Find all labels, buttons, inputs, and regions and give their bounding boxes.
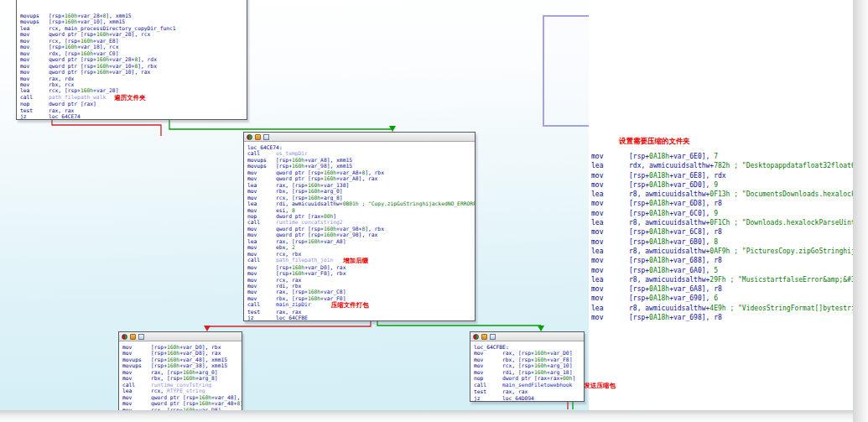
block-code: mov[rsp+160h+var_D0], rbxmov[rsp+160h+va…	[119, 341, 242, 413]
asm-line: movqword ptr [rsp+160h+var_98], rax	[247, 232, 475, 237]
asm-line: movups[rsp+160h+var_98], xmm15	[247, 163, 475, 169]
asm-line: movups[rsp+160h+var_38], xmm15	[122, 362, 242, 368]
asm-line: movrdi, rbx	[247, 283, 475, 289]
asm-line: mov[rsp+0A18h+var_6E8], rdx	[591, 171, 868, 180]
asm-line: mov[rsp+160h+var_18], rcx	[20, 44, 247, 49]
node-text-icon[interactable]	[263, 134, 269, 140]
asm-line: lear8, awmicuuidsalthw+4E9h ; "VideosStr…	[591, 304, 868, 313]
asm-line: movqword ptr [rsp+160h+var_A8], rax	[247, 175, 475, 181]
asm-line: movrbx, [rsp+160h+arg_8]	[122, 375, 242, 381]
asm-line: learax, [rsp+160h+var_138]	[247, 182, 475, 188]
block-code: movups[rsp+160h+var_28+8], xmm15movups[r…	[17, 0, 247, 120]
flow-edge	[169, 120, 392, 129]
group-nodes-icon[interactable]	[255, 134, 261, 140]
analyst-annotation: 发送压缩包	[584, 382, 616, 389]
code-hint-panel: 设置需要压缩的文件夹 mov[rsp+0A18h+var_6E0], 7lear…	[589, 0, 868, 411]
asm-line: mov[rsp+0A18h+var_6D8], r8	[591, 199, 868, 208]
basic-block-zip-dir[interactable]: loc_64CE74:callos_tempDirmovups[rsp+160h…	[243, 132, 476, 321]
basic-block-send-webhook[interactable]: loc_64CFBE:movrax, [rsp+160h+var_D0]movr…	[470, 331, 585, 402]
node-color-icon[interactable]	[473, 334, 479, 340]
asm-line: loc_64CE74:	[247, 144, 475, 150]
asm-line: movrdi, [rsp+160h+arg_18]	[474, 369, 584, 375]
asm-line: movebx, 2	[247, 244, 475, 250]
asm-line: callpath_filepath_join增加后缀	[247, 257, 475, 263]
canvas-bottom-fade	[0, 410, 868, 422]
flow-edge-arrowhead	[538, 326, 544, 331]
asm-line: mov[rsp+160h+var_D0], rax	[247, 264, 475, 270]
asm-line: movqword ptr [rsp+160h+var_10], rax	[20, 69, 247, 75]
asm-line: mov[rsp+0A18h+var_6B0], 8	[591, 237, 868, 247]
asm-line: movqword ptr [rsp+160h+var_10+8], rbx	[20, 63, 247, 69]
asm-line: nopdword ptr [rax+00h]	[247, 213, 475, 219]
asm-line: movups[rsp+160h+var_48], xmm15	[122, 357, 242, 362]
asm-line: lear8, awmicuuidsalthw+0AF9h ; "Pictures…	[591, 247, 868, 256]
group-nodes-icon[interactable]	[130, 334, 136, 340]
flow-edge	[52, 120, 161, 136]
asm-line: callpath_filepath_walk遍历文件夹	[20, 94, 247, 101]
asm-line: callmain_zipDir压缩文件打包	[247, 301, 475, 308]
asm-line: testrax, rax	[20, 107, 247, 113]
asm-line: mov[rsp+160h+var_D0], rbx	[122, 344, 242, 350]
asm-line: movrax, [rsp+160h+arg_0]	[122, 369, 242, 375]
analyst-annotation: 遍历文件夹	[114, 94, 146, 102]
panel-code: mov[rsp+0A18h+var_6E0], 7leardx, awmicuu…	[591, 152, 868, 322]
asm-line: movrdx, [rsp+160h+var_C0]	[20, 50, 247, 56]
basic-block-walk-folders[interactable]: movups[rsp+160h+var_28+8], xmm15movups[r…	[16, 0, 247, 120]
flow-edge	[377, 321, 541, 326]
asm-line: movups[rsp+160h+var_28+8], xmm15	[20, 13, 247, 18]
asm-line: movesi, 8	[247, 207, 475, 213]
asm-line: movrcx, [rsp+160h+arg_8]	[247, 195, 475, 201]
asm-line: movqword ptr [rsp+160h+var_28], rcx	[20, 31, 247, 37]
block-code: loc_64CFBE:movrax, [rsp+160h+var_D0]movr…	[470, 341, 584, 401]
asm-line: mov[rsp+0A18h+var_688], r8	[591, 256, 868, 265]
block-code: loc_64CE74:callos_tempDirmovups[rsp+160h…	[244, 142, 475, 321]
asm-line: learcx, main_processDirectory_copyDir_fu…	[20, 25, 247, 31]
node-text-icon[interactable]	[138, 334, 144, 340]
asm-line: movqword ptr [rsp+160h+var_48+8], rax	[122, 400, 242, 406]
asm-line: leardx, awmicuuidsalthw+782h ; "Desktopa…	[591, 161, 868, 170]
asm-line: mov[rsp+160h+var_F8], rbx	[247, 270, 475, 276]
analyst-annotation: 增加后缀	[343, 257, 368, 264]
node-color-icon[interactable]	[122, 334, 127, 340]
ida-graph-canvas: 设置需要压缩的文件夹 mov[rsp+0A18h+var_6E0], 7lear…	[0, 0, 868, 422]
asm-line: jzloc_64CE74	[20, 113, 247, 119]
asm-line: jzloc_64CFBE	[247, 315, 475, 320]
node-text-icon[interactable]	[490, 334, 496, 340]
flow-edge-arrowhead	[204, 326, 211, 331]
asm-line: mov[rsp+0A18h+var_690], 6	[591, 294, 868, 303]
asm-line: mov[rsp+0A18h+var_698], r8	[591, 313, 868, 322]
basic-block-conv-string[interactable]: mov[rsp+160h+var_D0], rbxmov[rsp+160h+va…	[118, 331, 242, 422]
asm-line: lear8, awmicuuidsalthw+0F1Ch ; "Download…	[591, 218, 868, 227]
asm-line: callmain_sendFiletowebhook发送压缩包	[474, 382, 584, 388]
asm-line: movqword ptr [rsp+160h+var_A8+8], rbx	[247, 169, 475, 175]
asm-line: learcx, RTYPE_string	[122, 388, 242, 393]
asm-line: movups[rsp+160h+var_10], xmm15	[20, 18, 247, 24]
flow-edge	[207, 321, 371, 326]
asm-line: nopdword ptr [rax+rax+00h]	[474, 375, 584, 381]
asm-line: mov[rsp+0A18h+var_6A8], r8	[591, 284, 868, 294]
asm-line: testrax, rax	[474, 388, 584, 394]
block-header	[244, 133, 475, 142]
asm-line: mov[rsp+160h+var_D8], rax	[122, 350, 242, 356]
asm-line: mov[rsp+0A18h+var_6A0], 5	[591, 266, 868, 275]
asm-line: movqword ptr [rsp+160h+var_28+8], rdx	[20, 56, 247, 62]
asm-line: jzloc_64D094	[474, 395, 584, 401]
node-color-icon[interactable]	[247, 134, 252, 140]
asm-line: movrbx, [rsp+160h+var_F0]	[247, 295, 475, 301]
asm-line: mov[rsp+0A18h+var_6E0], 7	[591, 152, 868, 161]
asm-line: lear8, awmicuuidsalthw+0F13h ; "Document…	[591, 190, 868, 199]
asm-line: movrax, rdx	[20, 76, 247, 81]
asm-line: learcx, [rsp+160h+var_28]	[20, 87, 247, 93]
asm-line: callos_tempDir	[247, 150, 475, 156]
asm-line: movrcx, [rsp+160h+arg_10]	[474, 362, 584, 368]
asm-line: movrax, [rsp+160h+var_D0]	[474, 350, 584, 356]
asm-line: callruntime_convTstring	[122, 382, 242, 388]
asm-line: mov[rsp+0A18h+var_6C0], 9	[591, 209, 868, 218]
asm-line: testrax, rax	[247, 309, 475, 315]
group-nodes-icon[interactable]	[481, 334, 487, 340]
asm-line: leardi, awmicuuidsalthw+0B01h ; "Copy.zi…	[247, 201, 475, 206]
asm-line: movrbx, rcx	[20, 81, 247, 87]
panel-annotation-title: 设置需要压缩的文件夹	[619, 137, 690, 147]
asm-line: lear8, awmicuuidsalthw+29Fh ; "Musicstar…	[591, 275, 868, 284]
asm-line: movrcx, [rsp+160h+var_E8]	[20, 38, 247, 44]
